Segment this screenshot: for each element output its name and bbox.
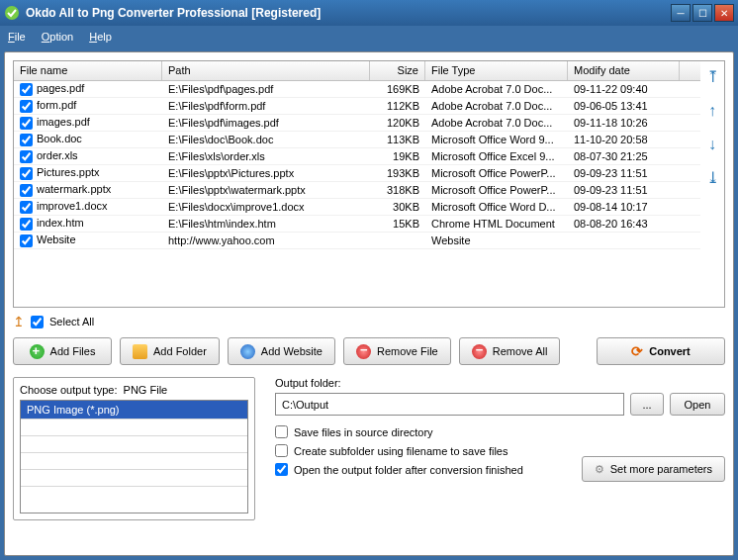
row-checkbox[interactable]: [20, 83, 33, 96]
titlebar: Okdo All to Png Converter Professional […: [0, 0, 738, 26]
close-button[interactable]: ✕: [714, 4, 734, 22]
table-row[interactable]: Websitehttp://www.yahoo.comWebsite: [14, 233, 700, 249]
gear-icon: ⚙: [595, 463, 604, 476]
add-folder-button[interactable]: Add Folder: [120, 337, 220, 365]
output-type-current: PNG File: [124, 384, 168, 396]
globe-icon: [240, 344, 255, 359]
select-all-checkbox[interactable]: [31, 316, 44, 328]
menu-help[interactable]: Help: [89, 31, 112, 43]
row-checkbox[interactable]: [20, 234, 33, 247]
move-up-icon[interactable]: ↑: [703, 103, 721, 121]
row-checkbox[interactable]: [20, 184, 33, 197]
row-checkbox[interactable]: [20, 218, 33, 231]
menu-option[interactable]: Option: [42, 31, 73, 43]
remove-file-button[interactable]: Remove File: [343, 337, 451, 365]
row-checkbox[interactable]: [20, 134, 33, 146]
save-source-label: Save files in source directory: [294, 426, 433, 438]
plus-icon: [30, 344, 45, 359]
output-folder-label: Output folder:: [275, 377, 725, 389]
create-subfolder-label: Create subfolder using filename to save …: [294, 445, 507, 457]
create-subfolder-checkbox[interactable]: [275, 444, 288, 457]
row-checkbox[interactable]: [20, 100, 33, 113]
table-row[interactable]: pages.pdfE:\Files\pdf\pages.pdf169KBAdob…: [14, 81, 700, 98]
convert-button[interactable]: ⟳Convert: [597, 337, 725, 365]
svg-point-0: [5, 6, 19, 20]
table-row[interactable]: images.pdfE:\Files\pdf\images.pdf120KBAd…: [14, 115, 700, 132]
maximize-button[interactable]: ☐: [692, 4, 712, 22]
open-folder-button[interactable]: Open: [670, 393, 725, 416]
app-icon: [4, 5, 20, 21]
output-type-panel: Choose output type: PNG File PNG Image (…: [13, 377, 255, 520]
save-source-checkbox[interactable]: [275, 425, 288, 438]
minus-icon: [356, 344, 371, 359]
file-list[interactable]: File name Path Size File Type Modify dat…: [14, 61, 700, 307]
minimize-button[interactable]: ─: [671, 4, 691, 22]
output-folder-input[interactable]: [275, 393, 624, 416]
move-bottom-icon[interactable]: ⤓: [703, 170, 721, 188]
open-after-label: Open the output folder after conversion …: [294, 464, 523, 476]
table-row[interactable]: form.pdfE:\Files\pdf\form.pdf112KBAdobe …: [14, 98, 700, 115]
type-list-item[interactable]: PNG Image (*.png): [21, 401, 247, 419]
table-row[interactable]: Book.docE:\Files\doc\Book.doc113KBMicros…: [14, 132, 700, 148]
col-filename[interactable]: File name: [14, 61, 162, 80]
col-date[interactable]: Modify date: [568, 61, 680, 80]
output-type-label: Choose output type:: [20, 384, 117, 396]
up-level-icon[interactable]: ↥: [13, 314, 25, 329]
menubar: File Option Help: [0, 26, 738, 47]
table-row[interactable]: improve1.docxE:\Files\docx\improve1.docx…: [14, 199, 700, 216]
move-top-icon[interactable]: ⤒: [703, 69, 721, 87]
table-row[interactable]: order.xlsE:\Files\xls\order.xls19KBMicro…: [14, 148, 700, 165]
open-after-checkbox[interactable]: [275, 463, 288, 476]
table-row[interactable]: Pictures.pptxE:\Files\pptx\Pictures.pptx…: [14, 165, 700, 182]
remove-all-button[interactable]: Remove All: [459, 337, 561, 365]
row-checkbox[interactable]: [20, 201, 33, 214]
minus-icon: [472, 344, 487, 359]
output-type-list[interactable]: PNG Image (*.png): [20, 400, 248, 513]
convert-icon: ⟳: [631, 343, 643, 359]
row-checkbox[interactable]: [20, 150, 33, 163]
menu-file[interactable]: File: [8, 31, 26, 43]
folder-icon: [133, 344, 147, 359]
move-down-icon[interactable]: ↓: [703, 137, 721, 154]
table-row[interactable]: watermark.pptxE:\Files\pptx\watermark.pp…: [14, 182, 700, 199]
file-list-header: File name Path Size File Type Modify dat…: [14, 61, 700, 81]
add-website-button[interactable]: Add Website: [228, 337, 335, 365]
col-size[interactable]: Size: [370, 61, 425, 80]
select-all-label: Select All: [49, 316, 94, 327]
set-more-parameters-button[interactable]: ⚙Set more parameters: [582, 456, 725, 482]
browse-button[interactable]: ...: [630, 393, 664, 416]
col-type[interactable]: File Type: [425, 61, 568, 80]
add-files-button[interactable]: Add Files: [13, 337, 112, 365]
row-checkbox[interactable]: [20, 167, 33, 180]
window-title: Okdo All to Png Converter Professional […: [26, 6, 671, 20]
col-path[interactable]: Path: [162, 61, 370, 80]
table-row[interactable]: index.htmE:\Files\htm\index.htm15KBChrom…: [14, 216, 700, 233]
row-checkbox[interactable]: [20, 117, 33, 130]
